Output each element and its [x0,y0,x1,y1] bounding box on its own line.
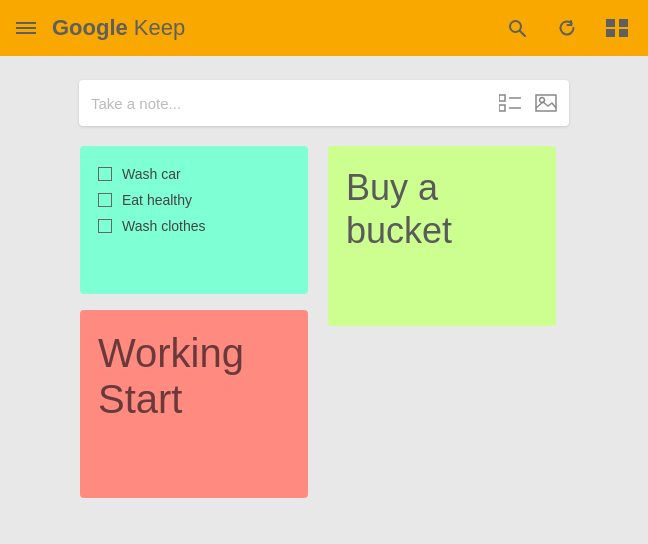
note-action-icons [499,94,557,112]
svg-rect-2 [606,19,615,27]
checklist-item-eat-healthy: Eat healthy [98,192,290,208]
red-note[interactable]: Working Start [80,310,308,498]
svg-rect-10 [536,95,556,111]
take-note-placeholder: Take a note... [91,95,499,112]
refresh-icon[interactable] [552,13,582,43]
checkbox-eat-healthy[interactable] [98,193,112,207]
checkbox-wash-car[interactable] [98,167,112,181]
note-input-area: Take a note... [0,56,648,146]
new-image-note-icon[interactable] [535,94,557,112]
header-right [502,13,632,43]
svg-rect-5 [619,29,628,37]
svg-rect-6 [499,95,505,101]
checklist-label-wash-clothes: Wash clothes [122,218,206,234]
notes-column-left: Wash car Eat healthy Wash clothes Workin… [80,146,308,498]
checklist-item-wash-car: Wash car [98,166,290,182]
new-list-icon[interactable] [499,94,521,112]
checklist-item-wash-clothes: Wash clothes [98,218,290,234]
checkbox-wash-clothes[interactable] [98,219,112,233]
search-icon[interactable] [502,13,532,43]
header-left: Google Keep [16,15,185,41]
grid-icon[interactable] [602,13,632,43]
hamburger-menu-icon[interactable] [16,22,36,34]
svg-rect-8 [499,105,505,111]
checklist-note[interactable]: Wash car Eat healthy Wash clothes [80,146,308,294]
red-note-text: Working Start [98,330,290,422]
header: Google Keep [0,0,648,56]
svg-rect-3 [619,19,628,27]
checklist-label-eat-healthy: Eat healthy [122,192,192,208]
logo-keep-text: Keep [134,15,185,41]
notes-area: Wash car Eat healthy Wash clothes Workin… [0,146,648,498]
green-note-text: Buy a bucket [346,166,538,252]
svg-rect-4 [606,29,615,37]
app-logo: Google Keep [52,15,185,41]
logo-google-text: Google [52,15,128,41]
svg-line-1 [520,31,525,36]
take-note-box[interactable]: Take a note... [79,80,569,126]
checklist-label-wash-car: Wash car [122,166,181,182]
green-note[interactable]: Buy a bucket [328,146,556,326]
